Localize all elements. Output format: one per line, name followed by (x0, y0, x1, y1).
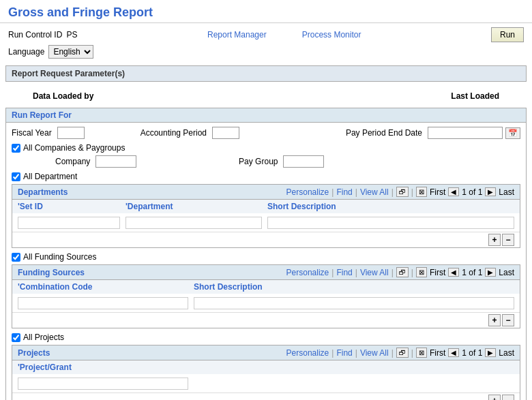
departments-add-remove: + − (12, 232, 520, 247)
funding-combcode-cell[interactable] (18, 297, 188, 309)
funding-next-btn[interactable]: ▶ (485, 268, 496, 277)
projects-header: Projects Personalize | Find | View All |… (12, 345, 520, 360)
departments-first-label: First (430, 187, 445, 197)
departments-expand-icon[interactable]: 🗗 (396, 187, 409, 197)
projects-data-row (12, 374, 520, 393)
data-loaded-by-label: Data Loaded by (33, 91, 93, 101)
projects-nav-count: 1 of 1 (462, 348, 482, 358)
departments-remove-btn[interactable]: − (502, 234, 514, 246)
all-projects-label: All Projects (23, 333, 64, 342)
departments-last-label: Last (499, 187, 514, 197)
calendar-icon[interactable]: 📅 (505, 127, 520, 139)
accounting-period-label: Accounting Period (141, 128, 207, 138)
all-funding-label: All Funding Sources (23, 252, 96, 262)
all-department-label: All Department (23, 172, 77, 181)
projects-add-btn[interactable]: + (488, 395, 501, 400)
last-loaded-label: Last Loaded (451, 91, 499, 101)
projects-grant-cell[interactable] (18, 378, 188, 390)
departments-grid-icon[interactable]: ⊠ (416, 187, 427, 197)
all-companies-checkbox[interactable] (12, 144, 20, 153)
run-control-value: PS (66, 30, 77, 40)
language-select[interactable]: English (48, 45, 93, 59)
funding-find-link[interactable]: Find (336, 268, 352, 277)
projects-add-remove: + − (12, 393, 520, 400)
fiscal-year-label: Fiscal Year (12, 128, 52, 138)
funding-data-row (12, 294, 520, 313)
funding-grid-icon[interactable]: ⊠ (416, 267, 427, 277)
dept-setid-cell[interactable] (18, 217, 120, 229)
departments-add-btn[interactable]: + (488, 234, 501, 246)
funding-sources-title: Funding Sources (18, 268, 85, 277)
report-manager-link[interactable]: Report Manager (207, 30, 267, 40)
funding-sources-header: Funding Sources Personalize | Find | Vie… (12, 265, 520, 280)
funding-nav-count: 1 of 1 (462, 268, 482, 277)
funding-add-btn[interactable]: + (488, 314, 501, 326)
fiscal-year-input[interactable] (57, 127, 85, 139)
projects-prev-btn[interactable]: ◀ (448, 348, 459, 357)
run-control-label: Run Control ID (8, 30, 62, 40)
projects-last-label: Last (499, 348, 514, 358)
departments-view-all-link[interactable]: View All (360, 187, 389, 197)
departments-header: Departments Personalize | Find | View Al… (12, 185, 520, 200)
funding-expand-icon[interactable]: 🗗 (396, 267, 409, 277)
all-projects-checkbox[interactable] (12, 333, 20, 342)
projects-grid-icon[interactable]: ⊠ (416, 348, 427, 358)
dept-dept-cell[interactable] (125, 217, 262, 229)
all-companies-label: All Companies & Paygroups (23, 143, 125, 153)
funding-personalize-link[interactable]: Personalize (286, 268, 329, 277)
process-monitor-link[interactable]: Process Monitor (302, 30, 361, 40)
funding-remove-btn[interactable]: − (502, 314, 514, 326)
projects-find-link[interactable]: Find (336, 348, 352, 358)
company-label: Company (55, 157, 90, 166)
projects-expand-icon[interactable]: 🗗 (396, 348, 409, 358)
departments-title: Departments (18, 187, 68, 197)
col-combcode-header: 'Combination Code (18, 282, 188, 292)
departments-data-row (12, 213, 520, 232)
departments-personalize-link[interactable]: Personalize (286, 187, 329, 197)
departments-next-btn[interactable]: ▶ (485, 187, 496, 196)
departments-subsection: Departments Personalize | Find | View Al… (12, 184, 520, 248)
funding-prev-btn[interactable]: ◀ (448, 268, 459, 277)
departments-find-link[interactable]: Find (336, 187, 352, 197)
projects-next-btn[interactable]: ▶ (485, 348, 496, 357)
pay-period-end-date-input[interactable] (428, 127, 503, 139)
funding-first-label: First (430, 268, 445, 277)
projects-view-all-link[interactable]: View All (360, 348, 389, 358)
run-report-header: Run Report For (6, 108, 526, 123)
funding-view-all-link[interactable]: View All (360, 268, 389, 277)
departments-nav-count: 1 of 1 (462, 187, 482, 197)
col-projectgrant-header: 'Project/Grant (18, 363, 188, 372)
page-title: Gross and Fringe Report (0, 0, 532, 23)
col-dept-header: 'Department (125, 202, 262, 211)
language-label: Language (8, 47, 44, 57)
projects-remove-btn[interactable]: − (502, 395, 514, 400)
col-funding-shortdesc-header: Short Description (194, 282, 514, 292)
company-input[interactable] (95, 155, 136, 168)
accounting-period-input[interactable] (212, 127, 239, 139)
pay-group-input[interactable] (283, 155, 324, 168)
funding-last-label: Last (499, 268, 514, 277)
funding-shortdesc-cell[interactable] (194, 297, 514, 309)
pay-period-end-date-label: Pay Period End Date (346, 128, 422, 138)
projects-title: Projects (18, 348, 50, 358)
projects-first-label: First (430, 348, 445, 358)
funding-sources-subsection: Funding Sources Personalize | Find | Vie… (12, 264, 520, 328)
dept-shortdesc-cell[interactable] (267, 217, 514, 229)
pay-group-label: Pay Group (239, 157, 278, 166)
projects-subsection: Projects Personalize | Find | View All |… (12, 345, 520, 400)
all-department-checkbox[interactable] (12, 172, 20, 181)
departments-prev-btn[interactable]: ◀ (448, 187, 459, 196)
run-button[interactable]: Run (491, 27, 524, 42)
col-setid-header: 'Set ID (18, 202, 120, 211)
report-request-header: Report Request Parameter(s) (5, 65, 527, 82)
run-report-section: Run Report For Fiscal Year Accounting Pe… (5, 108, 527, 400)
funding-add-remove: + − (12, 313, 520, 328)
col-shortdesc-header: Short Description (267, 202, 514, 211)
all-funding-checkbox[interactable] (12, 253, 20, 262)
projects-personalize-link[interactable]: Personalize (286, 348, 329, 358)
